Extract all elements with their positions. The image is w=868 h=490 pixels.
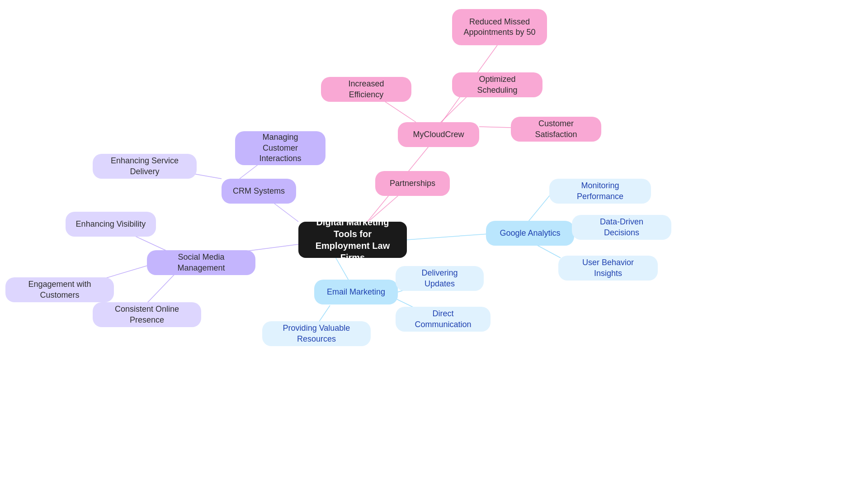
- enhancing-service-node: Enhancing Service Delivery: [93, 154, 197, 179]
- optimized-scheduling-node: Optimized Scheduling: [452, 72, 542, 97]
- customer-satisfaction-node: Customer Satisfaction: [511, 117, 601, 142]
- data-driven-node: Data-Driven Decisions: [572, 215, 671, 240]
- reduced-missed-node: Reduced Missed Appointments by 50: [452, 9, 547, 45]
- svg-line-17: [319, 305, 330, 322]
- svg-line-5: [407, 234, 488, 240]
- direct-communication-node: Direct Communication: [396, 307, 491, 332]
- increased-efficiency-node: Increased Efficiency: [321, 77, 411, 102]
- engagement-customers-node: Engagement with Customers: [5, 277, 114, 302]
- google-analytics-node: Google Analytics: [486, 221, 574, 246]
- social-media-node: Social Media Management: [147, 250, 255, 275]
- crm-systems-node: CRM Systems: [222, 179, 296, 204]
- providing-valuable-node: Providing Valuable Resources: [262, 321, 371, 346]
- delivering-updates-node: Delivering Updates: [396, 266, 484, 291]
- user-behavior-node: User Behavior Insights: [558, 256, 658, 281]
- svg-line-8: [479, 127, 511, 128]
- partnerships-node: Partnerships: [375, 171, 450, 196]
- center-node: Digital Marketing Tools for Employment L…: [298, 222, 407, 258]
- managing-customer-node: Managing Customer Interactions: [235, 131, 326, 165]
- email-marketing-node: Email Marketing: [314, 280, 398, 304]
- my-cloud-crew-node: MyCloudCrew: [398, 122, 479, 147]
- enhancing-visibility-node: Enhancing Visibility: [66, 212, 156, 237]
- consistent-online-node: Consistent Online Presence: [93, 302, 201, 327]
- monitoring-performance-node: Monitoring Performance: [549, 179, 651, 204]
